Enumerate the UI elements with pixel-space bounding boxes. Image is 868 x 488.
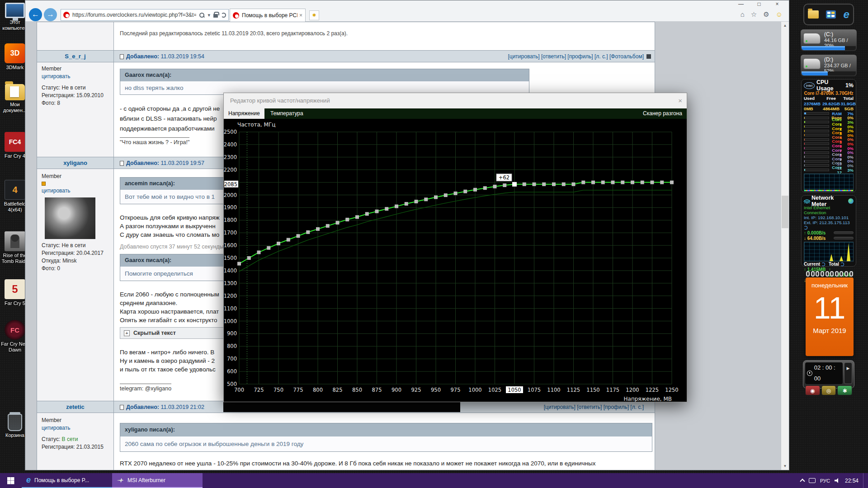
curve-editor-titlebar[interactable]: Редактор кривой частот/напряжений ×	[224, 93, 687, 108]
curve-point[interactable]	[326, 224, 330, 228]
curve-point[interactable]	[601, 181, 605, 184]
curve-point[interactable]	[473, 188, 477, 192]
plus-icon[interactable]: +	[124, 330, 130, 336]
curve-point-selected[interactable]	[512, 182, 517, 187]
author-link[interactable]: zetetic	[66, 404, 84, 410]
curve-point[interactable]	[572, 183, 576, 186]
vertical-scrollbar[interactable]: ▲ ▼	[781, 22, 789, 470]
language-indicator[interactable]: РУС	[820, 478, 830, 483]
home-icon[interactable]: ⌂	[741, 10, 745, 19]
scroll-down-icon[interactable]: ▼	[781, 462, 789, 470]
control-panel-icon[interactable]	[826, 10, 836, 19]
curve-point[interactable]	[247, 256, 251, 260]
curve-point[interactable]	[670, 181, 674, 184]
timer-start-button[interactable]: ▶	[844, 362, 852, 384]
curve-point[interactable]	[503, 183, 506, 187]
speaker-icon[interactable]	[835, 478, 840, 483]
author-link[interactable]: S_e_r_j	[65, 53, 85, 60]
new-tab-button[interactable]: ✱	[309, 10, 319, 20]
post-corner-icon[interactable]	[646, 54, 651, 59]
curve-point[interactable]	[533, 183, 536, 186]
curve-point[interactable]	[385, 207, 388, 211]
refresh-icon[interactable]	[804, 226, 807, 230]
chevron-down-icon[interactable]: ▾	[208, 12, 210, 18]
curve-point[interactable]	[454, 192, 458, 195]
curve-point[interactable]	[415, 200, 418, 203]
tab-voltage[interactable]: Напряжение	[224, 108, 264, 119]
minimize-icon[interactable]: —	[732, 0, 750, 9]
quote-user-link[interactable]: цитировать	[42, 73, 113, 80]
maximize-icon[interactable]: □	[750, 0, 768, 9]
curve-point[interactable]	[375, 210, 379, 213]
show-desktop-button[interactable]	[863, 473, 866, 488]
quote-user-link[interactable]: цитировать	[42, 424, 113, 432]
scrollbar-thumb[interactable]	[782, 196, 788, 228]
taskbar-item-browser[interactable]: e Помощь в выборе P...	[22, 473, 112, 488]
curve-point[interactable]	[463, 190, 467, 193]
address-bar[interactable]: https://forums.overclockers.ru/viewtopic…	[61, 9, 229, 21]
tab-temperature[interactable]: Температура	[266, 108, 308, 119]
tray-display-icon[interactable]	[809, 478, 816, 483]
curve-point[interactable]	[336, 221, 340, 225]
curve-point[interactable]	[287, 238, 290, 242]
browser-tab[interactable]: Помощь в выборе PCI-E в... ×	[230, 9, 306, 22]
url-text[interactable]: https://forums.overclockers.ru/viewtopic…	[72, 12, 196, 18]
taskbar-item-afterburner[interactable]: MSI Afterburner	[112, 473, 203, 488]
curve-point[interactable]	[267, 246, 270, 250]
smiley-feedback-icon[interactable]: ☺	[776, 10, 783, 19]
cpu-usage-widget[interactable]: intel CPU Usage 1% ♪ Core i7-8700K 3.70G…	[801, 79, 856, 192]
curve-point[interactable]	[591, 181, 595, 184]
post-action-links[interactable]: [цитировать] [ответить] [профиль] [л. с.…	[508, 51, 644, 62]
drive-c-widget[interactable]: (C:) 44.16 GB / 20%	[800, 29, 857, 52]
explorer-folder-icon[interactable]	[808, 10, 819, 19]
curve-point[interactable]	[483, 186, 487, 190]
curve-point[interactable]	[316, 227, 320, 231]
curve-point[interactable]	[641, 181, 644, 184]
curve-point[interactable]	[306, 230, 310, 234]
curve-point[interactable]	[297, 234, 300, 238]
post-action-links[interactable]: [цитировать] [ответить] [профиль] [л. с.…	[544, 401, 644, 413]
curve-point[interactable]	[621, 181, 624, 184]
curve-point[interactable]	[365, 212, 369, 216]
curve-point[interactable]	[542, 183, 546, 186]
drive-d-widget[interactable]: (D:) 234.37 GB / 52%	[800, 54, 857, 77]
gear-icon[interactable]: ⚙	[763, 10, 769, 19]
quote-user-link[interactable]: цитировать	[42, 187, 113, 195]
curve-point[interactable]	[345, 218, 349, 221]
shutdown-button[interactable]: ◉	[805, 385, 820, 395]
standby-button[interactable]: ◎	[821, 385, 836, 395]
scroll-up-icon[interactable]: ▲	[781, 22, 789, 29]
curve-point[interactable]	[444, 193, 448, 197]
search-icon[interactable]	[199, 13, 204, 18]
curve-editor-window[interactable]: Редактор кривой частот/напряжений × Напр…	[223, 93, 687, 402]
curve-point[interactable]	[562, 183, 566, 186]
shutdown-timer-widget[interactable]: 02 : 00 : 00 ▶ ◉ ◎ ✱	[803, 360, 854, 389]
curve-point[interactable]	[611, 181, 615, 184]
curve-point[interactable]	[660, 181, 664, 184]
forward-button[interactable]: →	[44, 8, 57, 21]
refresh-icon[interactable]	[821, 263, 825, 266]
curve-point[interactable]	[651, 181, 654, 184]
curve-point[interactable]	[493, 185, 497, 188]
clock[interactable]: 22:54	[845, 478, 859, 484]
close-icon[interactable]: ×	[768, 0, 786, 9]
back-button[interactable]: ←	[29, 8, 42, 21]
refresh-icon[interactable]	[221, 13, 226, 18]
curve-point[interactable]	[424, 197, 428, 201]
curve-point[interactable]	[631, 181, 634, 184]
curve-point[interactable]	[395, 205, 398, 208]
curve-point[interactable]	[552, 183, 556, 186]
tab-close-icon[interactable]: ×	[299, 12, 302, 19]
calendar-widget[interactable]: понедельник 11 Март 2019	[806, 270, 854, 356]
curve-point[interactable]	[277, 242, 280, 245]
restart-button[interactable]: ✱	[837, 385, 852, 395]
curve-point[interactable]	[355, 215, 359, 219]
author-link[interactable]: xyligano	[63, 160, 87, 166]
oc-scanner-link[interactable]: Сканер разгона	[643, 108, 682, 119]
vf-curve-chart[interactable]: 5006007008009001000110012001300140015001…	[224, 119, 687, 402]
curve-point[interactable]	[581, 181, 585, 184]
network-meter-widget[interactable]: Network Meter Intel Ethernet Connection …	[801, 195, 856, 267]
curve-point[interactable]	[523, 183, 526, 186]
start-button[interactable]	[0, 473, 22, 488]
curve-point[interactable]	[237, 262, 241, 266]
